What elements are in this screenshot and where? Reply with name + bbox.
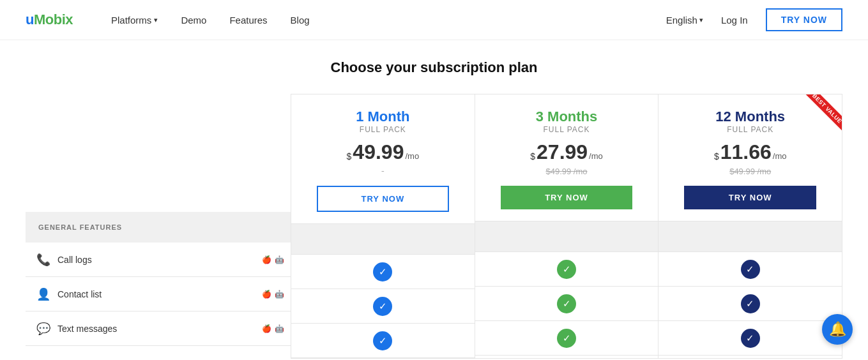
feature-name-textmessages: Text messages [57,324,255,334]
android-icon: 🤖 [275,255,284,264]
check-icon: ✓ [741,329,760,348]
feature-row-calllogs: 📞 Call logs 🍎 🤖 [26,243,291,277]
plan-3-duration: 3 Months [488,109,646,125]
android-icon: 🤖 [275,324,284,333]
apple-icon: 🍎 [262,255,271,264]
android-icon: 🤖 [275,290,284,299]
plan-12-check-contactlist: ✓ [659,287,842,321]
plan-1-type: FULL PACK [304,125,462,134]
check-icon: ✓ [557,260,576,279]
login-link[interactable]: Log In [721,15,748,26]
best-value-ribbon: BEST VALUE [797,94,842,139]
plan-3-check-contactlist: ✓ [475,287,659,321]
chevron-down-icon: ▾ [699,16,703,24]
plan-3-old-price: $49.99 /mo [488,167,646,178]
platform-icons-contactlist: 🍎 🤖 [262,290,284,299]
feature-name-contactlist: Contact list [57,289,255,299]
plan-1-duration: 1 Month [304,109,462,125]
plan-1-dollar: $ [347,151,352,161]
platform-icons-textmessages: 🍎 🤖 [262,324,284,333]
plan-3-gf-spacer [475,221,659,252]
plan-1-price: 49.99 [353,140,404,164]
plan-3-type: FULL PACK [488,125,646,134]
check-icon: ✓ [557,294,576,313]
main-content: Choose your subscription plan GENERAL FE… [0,40,868,360]
general-features-row: GENERAL FEATURES [26,212,291,243]
nav-right: English ▾ Log In TRY NOW [666,8,842,31]
plan-3-check-textmessages: ✓ [475,321,659,356]
plan-12-check-textmessages: ✓ [659,321,842,356]
check-icon: ✓ [373,331,392,350]
plan-12-gf-spacer [659,221,842,252]
text-messages-icon: 💬 [36,322,51,336]
plan-1-month: 1 Month FULL PACK $ 49.99 /mo TRY NOW ✓ [291,94,475,358]
logo-mobix: Mobix [34,11,73,27]
check-icon: ✓ [741,260,760,279]
plan-1-per: /mo [405,151,419,161]
call-logs-icon: 📞 [36,253,51,267]
features-column: GENERAL FEATURES 📞 Call logs 🍎 🤖 👤 Conta… [26,94,291,359]
apple-icon: 🍎 [262,324,271,333]
apple-icon: 🍎 [262,290,271,299]
plan-12-months: BEST VALUE 12 Months FULL PACK $ 11.66 /… [659,94,842,358]
plan-3-per: /mo [589,151,603,161]
platform-icons-calllogs: 🍎 🤖 [262,255,284,264]
navbar: uMobix Platforms ▾ Demo Features Blog En… [0,0,868,40]
plan-1-check-textmessages: ✓ [291,324,475,358]
page-title: Choose your subscription plan [26,59,842,76]
best-value-label: BEST VALUE [803,94,842,132]
plan-12-per: /mo [773,151,787,161]
plan-1-old-price [304,167,462,178]
general-features-label: GENERAL FEATURES [26,223,291,231]
plan-1-check-contactlist: ✓ [291,289,475,324]
plans-columns: 1 Month FULL PACK $ 49.99 /mo TRY NOW ✓ [291,94,842,359]
plan-3-months: 3 Months FULL PACK $ 27.99 /mo $49.99 /m… [475,94,659,358]
feature-row-contactlist: 👤 Contact list 🍎 🤖 [26,277,291,311]
plan-3-price: 27.99 [537,140,588,164]
nav-platforms[interactable]: Platforms ▾ [111,15,158,26]
logo-u: u [26,11,34,27]
nav-demo[interactable]: Demo [181,15,206,26]
logo[interactable]: uMobix [26,11,73,28]
plan-12-try-button[interactable]: TRY NOW [684,186,816,209]
plan-1-gf-spacer [291,224,475,255]
contact-list-icon: 👤 [36,287,51,301]
language-selector[interactable]: English ▾ [666,15,703,26]
chevron-down-icon: ▾ [154,16,158,24]
plan-3-check-calllogs: ✓ [475,252,659,287]
plan-1-try-button[interactable]: TRY NOW [317,186,449,212]
pricing-wrapper: GENERAL FEATURES 📞 Call logs 🍎 🤖 👤 Conta… [26,94,842,359]
check-icon: ✓ [373,262,392,281]
plan-12-check-calllogs: ✓ [659,252,842,287]
plan-12-dollar: $ [714,151,719,161]
try-now-button[interactable]: TRY NOW [766,8,842,31]
plan-12-old-price: $49.99 /mo [671,167,829,178]
nav-links: Platforms ▾ Demo Features Blog [111,15,666,26]
plan-12-price: 11.66 [720,140,772,164]
check-icon: ✓ [741,294,760,313]
nav-blog[interactable]: Blog [291,15,310,26]
check-icon: ✓ [557,329,576,348]
feature-row-textmessages: 💬 Text messages 🍎 🤖 [26,311,291,346]
plan-1-check-calllogs: ✓ [291,255,475,289]
plan-3-dollar: $ [530,151,535,161]
check-icon: ✓ [373,297,392,316]
feature-name-calllogs: Call logs [57,255,255,265]
notification-bell[interactable]: 🔔 [822,314,853,345]
nav-features[interactable]: Features [229,15,267,26]
plan-3-try-button[interactable]: TRY NOW [501,186,633,209]
